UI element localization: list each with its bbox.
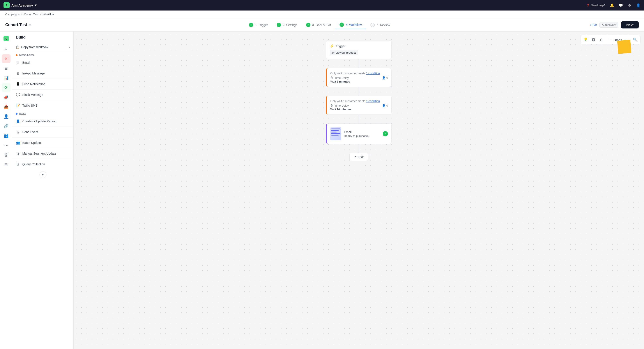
canvas-lightbulb-icon[interactable]: 💡 [582, 36, 589, 43]
step-goal[interactable]: ✓ 3. Goal & Exit [302, 21, 335, 29]
email-thumbnail [330, 127, 341, 140]
sidebar-person[interactable]: 👤 [2, 112, 10, 121]
topbar-right: ❓ Need help? 🔔 💬 ⚙ 👤 [586, 3, 641, 7]
query-collection-icon: 🗄 [16, 162, 20, 166]
panel-item-inapp[interactable]: 🖥 In-App Message [12, 69, 74, 78]
sidebar-dashboard[interactable]: ⊞ [2, 64, 10, 73]
canvas-search-icon[interactable]: 🔍 [632, 36, 638, 43]
sidebar-close[interactable]: ✕ [2, 54, 10, 63]
step-review[interactable]: 5 5. Review [366, 21, 394, 29]
sidebar-database[interactable]: 🗄 [2, 151, 10, 159]
sticky-note[interactable] [617, 40, 631, 54]
sidebar-audience[interactable]: 👥 [2, 131, 10, 140]
connector-1 [358, 59, 359, 68]
step-nav-right: ‹ Exit Autosaved! Next [590, 21, 639, 28]
canvas-note-icon[interactable]: 🗒 [598, 36, 605, 43]
trigger-event-label: viewed_product [336, 51, 356, 54]
sidebar-logo[interactable]: A [2, 34, 10, 43]
panel-item-email[interactable]: ✉ Email [12, 58, 74, 67]
trigger-event-tag: ◎ viewed_product [330, 50, 358, 55]
delay-node-2[interactable]: Only wait if customer meets 1 condition … [326, 96, 392, 115]
expand-button[interactable]: ▾ [40, 171, 46, 178]
email-icon: ✉ [16, 60, 20, 65]
email-node[interactable]: Email Ready to purchase? ✓ [326, 123, 392, 144]
panel-item-create-person[interactable]: 👤 Create or Update Person [12, 117, 74, 126]
delay2-info: ⏱ Time Delay [330, 104, 349, 107]
slack-icon: 💬 [16, 93, 20, 97]
thumb-line-1 [331, 128, 340, 129]
thumb-line-2 [331, 130, 339, 131]
notifications-icon[interactable]: 🔔 [610, 3, 614, 7]
email-node-content: Email Ready to purchase? ✓ [330, 127, 388, 140]
step-navigation: Cohort Test ✏ ✓ 1. Trigger ✓ 2. Settings… [0, 18, 644, 31]
create-person-icon: 👤 [16, 119, 20, 123]
sidebar-pulse[interactable]: 〜 [2, 141, 10, 150]
breadcrumb-sep2: / [40, 13, 41, 16]
copy-workflow-btn[interactable]: 📋 Copy from workflow › [12, 43, 74, 51]
thumb-line-3 [331, 132, 337, 132]
sidebar-inbox[interactable]: 📥 [2, 102, 10, 111]
breadcrumb-cohort[interactable]: Cohort Test [24, 13, 38, 16]
messages-section-label: MESSAGES [12, 51, 74, 58]
trigger-node-title: Trigger [336, 44, 346, 48]
delay2-condition: Only wait if customer meets 1 condition [330, 99, 388, 103]
step-trigger[interactable]: ✓ 1. Trigger [244, 21, 272, 29]
exit-icon: ↗ [354, 155, 356, 159]
connector-2 [358, 87, 359, 96]
step-settings[interactable]: ✓ 2. Settings [272, 21, 302, 29]
panel-item-twilio[interactable]: 📝 Twilio SMS [12, 101, 74, 110]
chat-icon[interactable]: 💬 [618, 3, 623, 7]
breadcrumb: Campaigns / Cohort Test / Workflow [0, 10, 644, 18]
step-goal-label: 3. Goal & Exit [312, 23, 331, 27]
step-goal-check: ✓ [306, 23, 310, 27]
panel-item-slack[interactable]: 💬 Slack Message [12, 90, 74, 99]
panel-item-send-event[interactable]: ◎ Send Event [12, 128, 74, 136]
workflow-canvas: 💡 🖼 🗒 − 100% + 🔍 ⚡ Trigger ◎ viewed_prod… [74, 31, 644, 349]
trigger-node[interactable]: ⚡ Trigger ◎ viewed_product [326, 40, 392, 59]
twilio-icon: 📝 [16, 103, 20, 108]
step-trigger-label: 1. Trigger [255, 23, 268, 27]
need-help-btn[interactable]: ❓ Need help? [586, 4, 606, 7]
delay2-condition-link[interactable]: 1 condition [366, 99, 380, 103]
canvas-zoom-out-icon[interactable]: − [606, 36, 613, 43]
manual-segment-icon: ◑ [16, 151, 20, 156]
sidebar-expand[interactable]: » [2, 45, 10, 53]
copy-workflow-icon: 📋 [16, 45, 20, 49]
edit-title-icon[interactable]: ✏ [29, 23, 32, 27]
delay1-info: ⏱ Time Delay [330, 76, 349, 79]
delay1-count: 👤 0 [382, 76, 388, 79]
exit-node[interactable]: ↗ Exit [350, 153, 368, 161]
next-button[interactable]: Next [621, 21, 639, 28]
brand-logo: A [4, 2, 10, 8]
workflow-container: ⚡ Trigger ◎ viewed_product Only wait if … [74, 31, 644, 229]
panel-item-push[interactable]: 📱 Push Notification [12, 80, 74, 88]
panel-item-query-collection[interactable]: 🗄 Query Collection [12, 160, 74, 169]
delay1-condition-link[interactable]: 1 condition [366, 72, 380, 75]
breadcrumb-workflow: Workflow [43, 13, 54, 16]
delay1-person-icon: 👤 [382, 76, 386, 79]
canvas-image-icon[interactable]: 🖼 [590, 36, 597, 43]
step-workflow[interactable]: ✓ 4. Workflow [335, 21, 366, 29]
sidebar-integrations[interactable]: 🔗 [2, 122, 10, 130]
profile-icon[interactable]: 👤 [636, 3, 640, 7]
panel-item-manual-segment[interactable]: ◑ Manual Segment Update [12, 149, 74, 158]
breadcrumb-campaigns[interactable]: Campaigns [5, 13, 20, 16]
svg-text:A: A [4, 37, 7, 40]
divider-8 [12, 159, 74, 159]
settings-icon[interactable]: ⚙ [627, 3, 632, 7]
exit-button[interactable]: ‹ Exit [590, 23, 597, 27]
email-node-info: Email Ready to purchase? [344, 130, 380, 137]
sidebar-automation[interactable]: ⟳ [2, 83, 10, 92]
brand-chevron: ▾ [35, 3, 36, 7]
panel-item-batch-update[interactable]: 👥 Batch Update [12, 138, 74, 147]
sidebar-megaphone[interactable]: 📣 [2, 93, 10, 102]
brand[interactable]: A Ami Academy ▾ [4, 2, 36, 8]
divider-1 [12, 68, 74, 68]
delay-node-1[interactable]: Only wait if customer meets 1 condition … [326, 68, 392, 87]
sidebar-table[interactable]: ⊟ [2, 160, 10, 169]
step-review-num: 5 [370, 23, 375, 27]
email-node-subtitle: Ready to purchase? [344, 134, 380, 137]
sidebar-chart[interactable]: 📊 [2, 73, 10, 82]
batch-update-icon: 👥 [16, 141, 20, 145]
step-settings-check: ✓ [277, 23, 281, 27]
